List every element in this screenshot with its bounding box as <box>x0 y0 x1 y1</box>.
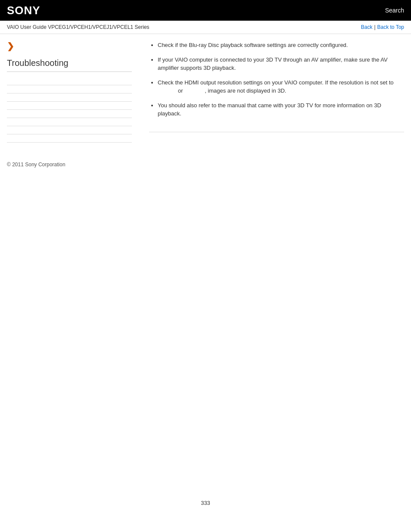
copyright-text: © 2011 Sony Corporation <box>7 162 65 168</box>
resolution-link-1[interactable] <box>158 87 176 94</box>
sidebar-arrow-icon: ❯ <box>7 41 132 51</box>
main-content: ❯ Troubleshooting Check if the Blu-ray D… <box>0 34 411 143</box>
sidebar-link-8[interactable] <box>7 134 132 143</box>
sidebar-link-2[interactable] <box>7 85 132 93</box>
sidebar-link-5[interactable] <box>7 110 132 118</box>
sidebar-link-7[interactable] <box>7 126 132 134</box>
sidebar-link-4[interactable] <box>7 102 132 110</box>
bullet-3: Check the HDMI output resolution setting… <box>158 78 404 95</box>
header: SONY Search <box>0 0 411 21</box>
search-button[interactable]: Search <box>385 7 404 14</box>
breadcrumb-bar: VAIO User Guide VPCEG1/VPCEH1/VPCEJ1/VPC… <box>0 21 411 34</box>
content-area-inner: Check if the Blu-ray Disc playback softw… <box>149 41 404 132</box>
nav-links: Back | Back to Top <box>361 24 404 30</box>
footer: © 2011 Sony Corporation <box>0 151 411 178</box>
sidebar-link-6[interactable] <box>7 118 132 126</box>
nav-separator: | <box>374 24 375 30</box>
bullet-2: If your VAIO computer is connected to yo… <box>158 56 404 72</box>
bullet-1: Check if the Blu-ray Disc playback softw… <box>158 41 404 50</box>
resolution-link-2[interactable] <box>184 87 203 94</box>
sidebar-title: Troubleshooting <box>7 58 132 72</box>
content-list: Check if the Blu-ray Disc playback softw… <box>149 41 404 118</box>
sony-logo: SONY <box>7 4 40 17</box>
back-link[interactable]: Back <box>361 24 373 30</box>
sidebar-links <box>7 77 132 143</box>
back-to-top-link[interactable]: Back to Top <box>377 24 404 30</box>
content-area: Check if the Blu-ray Disc playback softw… <box>140 41 404 143</box>
sidebar-link-1[interactable] <box>7 77 132 85</box>
sidebar: ❯ Troubleshooting <box>7 41 140 143</box>
page-number: 333 <box>201 491 210 515</box>
breadcrumb-text: VAIO User Guide VPCEG1/VPCEH1/VPCEJ1/VPC… <box>7 24 149 30</box>
bullet-4: You should also refer to the manual that… <box>158 101 404 118</box>
sidebar-link-3[interactable] <box>7 93 132 102</box>
